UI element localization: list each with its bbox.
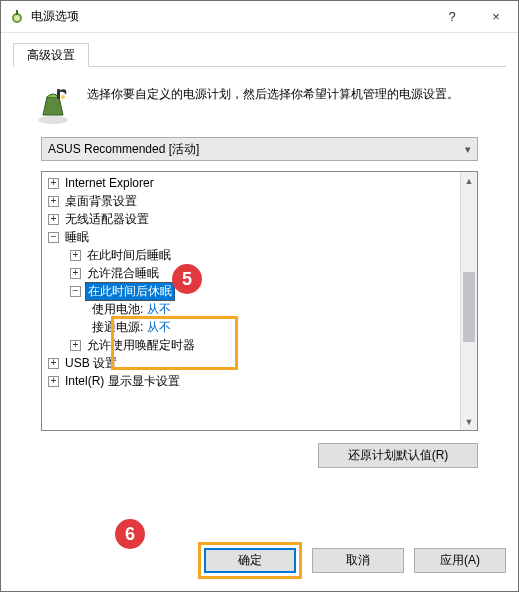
tab-advanced-settings[interactable]: 高级设置 (13, 43, 89, 67)
expander-plus-icon[interactable]: + (70, 340, 81, 351)
svg-point-2 (14, 15, 20, 21)
scroll-up-icon[interactable]: ▲ (461, 172, 477, 189)
tree-item-wireless[interactable]: +无线适配器设置 (42, 210, 460, 228)
expander-plus-icon[interactable]: + (48, 196, 59, 207)
tree-item-sleep-after[interactable]: +在此时间后睡眠 (42, 246, 460, 264)
tree-item-hibernate-battery[interactable]: 使用电池: 从不 (42, 300, 460, 318)
power-plan-dropdown[interactable]: ASUS Recommended [活动] ▾ (41, 137, 478, 161)
annotation-marker-6: 6 (115, 519, 145, 549)
scroll-thumb[interactable] (463, 272, 475, 342)
title-bar: 电源选项 ? × (1, 1, 518, 33)
tree-item-wake-timers[interactable]: +允许使用唤醒定时器 (42, 336, 460, 354)
tree-item-usb[interactable]: +USB 设置 (42, 354, 460, 372)
expander-plus-icon[interactable]: + (48, 358, 59, 369)
power-plan-icon (33, 85, 73, 125)
scroll-down-icon[interactable]: ▼ (461, 413, 477, 430)
ok-button[interactable]: 确定 (204, 548, 296, 573)
annotation-highlight-ok: 确定 (198, 542, 302, 579)
tree-item-hibernate-plugged[interactable]: 接通电源: 从不 (42, 318, 460, 336)
annotation-marker-5: 5 (172, 264, 202, 294)
window-title: 电源选项 (31, 8, 430, 25)
expander-minus-icon[interactable]: − (70, 286, 81, 297)
svg-point-3 (38, 116, 68, 124)
expander-plus-icon[interactable]: + (70, 250, 81, 261)
tree-item-intel-graphics[interactable]: +Intel(R) 显示显卡设置 (42, 372, 460, 390)
tree-item-hibernate-after[interactable]: −在此时间后休眠 (42, 282, 460, 300)
restore-defaults-button[interactable]: 还原计划默认值(R) (318, 443, 478, 468)
settings-tree[interactable]: +Internet Explorer +桌面背景设置 +无线适配器设置 −睡眠 … (41, 171, 478, 431)
power-options-icon (9, 9, 25, 25)
expander-plus-icon[interactable]: + (48, 376, 59, 387)
apply-button[interactable]: 应用(A) (414, 548, 506, 573)
close-button[interactable]: × (474, 1, 518, 33)
svg-point-5 (61, 95, 65, 99)
tree-scrollbar[interactable]: ▲ ▼ (460, 172, 477, 430)
tree-item-ie[interactable]: +Internet Explorer (42, 174, 460, 192)
tree-item-desktop-background[interactable]: +桌面背景设置 (42, 192, 460, 210)
svg-rect-1 (16, 10, 18, 15)
expander-plus-icon[interactable]: + (70, 268, 81, 279)
help-button[interactable]: ? (430, 1, 474, 33)
tree-item-hybrid-sleep[interactable]: +允许混合睡眠 (42, 264, 460, 282)
cancel-button[interactable]: 取消 (312, 548, 404, 573)
expander-plus-icon[interactable]: + (48, 178, 59, 189)
svg-rect-4 (57, 89, 60, 99)
expander-plus-icon[interactable]: + (48, 214, 59, 225)
power-plan-value: ASUS Recommended [活动] (48, 141, 199, 158)
description-text: 选择你要自定义的电源计划，然后选择你希望计算机管理的电源设置。 (87, 85, 459, 125)
tree-item-sleep[interactable]: −睡眠 (42, 228, 460, 246)
chevron-down-icon: ▾ (465, 143, 471, 156)
expander-minus-icon[interactable]: − (48, 232, 59, 243)
